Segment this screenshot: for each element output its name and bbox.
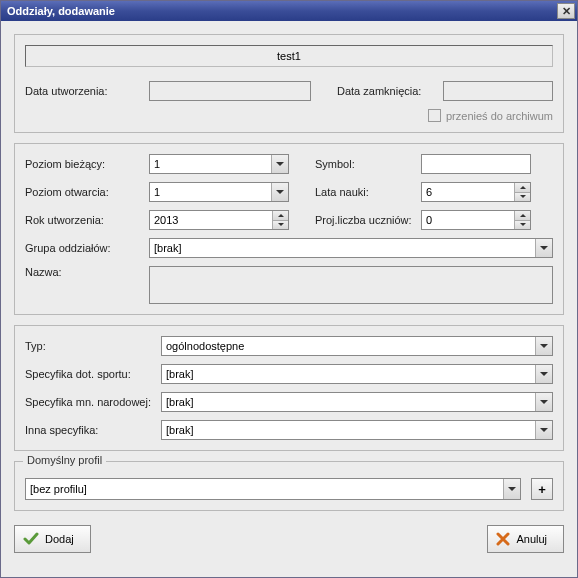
chevron-down-icon xyxy=(535,239,552,257)
chevron-down-icon xyxy=(535,365,552,383)
spinner-down-icon[interactable] xyxy=(515,220,530,230)
inna-spec-combo[interactable]: [brak] xyxy=(161,420,553,440)
poziom-biezacy-value: 1 xyxy=(154,158,160,170)
rok-utworzenia-label: Rok utworzenia: xyxy=(25,214,143,226)
chevron-down-icon xyxy=(535,393,552,411)
profile-legend: Domyślny profil xyxy=(23,454,106,466)
inna-spec-value: [brak] xyxy=(166,424,194,436)
spec-sport-combo[interactable]: [brak] xyxy=(161,364,553,384)
spinner-up-icon[interactable] xyxy=(273,211,288,220)
closed-date-label: Data zamknięcia: xyxy=(337,85,437,97)
proj-liczba-spinner[interactable]: 0 xyxy=(421,210,531,230)
type-group: Typ: ogólnodostępne Specyfika dot. sport… xyxy=(14,325,564,451)
content-area: test1 Data utworzenia: Data zamknięcia: … xyxy=(1,21,577,566)
cancel-icon xyxy=(496,532,510,546)
typ-label: Typ: xyxy=(25,340,155,352)
spinner-up-icon[interactable] xyxy=(515,211,530,220)
grupa-oddzialow-value: [brak] xyxy=(154,242,182,254)
spec-mn-combo[interactable]: [brak] xyxy=(161,392,553,412)
poziom-biezacy-combo[interactable]: 1 xyxy=(149,154,289,174)
proj-liczba-label: Proj.liczba uczniów: xyxy=(315,214,415,226)
closed-date-field xyxy=(443,81,553,101)
created-date-field xyxy=(149,81,311,101)
rok-utworzenia-spinner[interactable]: 2013 xyxy=(149,210,289,230)
spinner-up-icon[interactable] xyxy=(515,183,530,192)
header-group: test1 Data utworzenia: Data zamknięcia: … xyxy=(14,34,564,133)
archive-label: przenieś do archiwum xyxy=(446,110,553,122)
chevron-down-icon xyxy=(535,337,552,355)
spec-sport-label: Specyfika dot. sportu: xyxy=(25,368,155,380)
lata-nauki-label: Lata nauki: xyxy=(315,186,415,198)
spec-mn-label: Specyfika mn. narodowej: xyxy=(25,396,155,408)
chevron-down-icon xyxy=(503,479,520,499)
title-bar: Oddziały, dodawanie ✕ xyxy=(1,1,577,21)
plus-icon: + xyxy=(538,482,546,497)
poziom-otwarcia-value: 1 xyxy=(154,186,160,198)
window-title: Oddziały, dodawanie xyxy=(7,5,115,17)
symbol-label: Symbol: xyxy=(315,158,415,170)
symbol-field[interactable] xyxy=(421,154,531,174)
inna-spec-label: Inna specyfika: xyxy=(25,424,155,436)
profile-combo[interactable]: [bez profilu] xyxy=(25,478,521,500)
add-button[interactable]: Dodaj xyxy=(14,525,91,553)
typ-combo[interactable]: ogólnodostępne xyxy=(161,336,553,356)
button-bar: Dodaj Anuluj xyxy=(14,521,564,553)
lata-nauki-value: 6 xyxy=(426,186,432,198)
cancel-button-label: Anuluj xyxy=(516,533,547,545)
close-icon: ✕ xyxy=(562,5,571,18)
add-button-label: Dodaj xyxy=(45,533,74,545)
spec-mn-value: [brak] xyxy=(166,396,194,408)
chevron-down-icon xyxy=(535,421,552,439)
entity-title-field: test1 xyxy=(25,45,553,67)
profile-value: [bez profilu] xyxy=(30,483,87,495)
created-date-label: Data utworzenia: xyxy=(25,85,143,97)
close-button[interactable]: ✕ xyxy=(557,3,575,19)
add-profile-button[interactable]: + xyxy=(531,478,553,500)
proj-liczba-value: 0 xyxy=(426,214,432,226)
poziom-biezacy-label: Poziom bieżący: xyxy=(25,158,143,170)
spinner-down-icon[interactable] xyxy=(273,220,288,230)
spinner-down-icon[interactable] xyxy=(515,192,530,202)
chevron-down-icon xyxy=(271,183,288,201)
archive-checkbox xyxy=(428,109,441,122)
grupa-oddzialow-combo[interactable]: [brak] xyxy=(149,238,553,258)
grupa-oddzialow-label: Grupa oddziałów: xyxy=(25,242,143,254)
main-fields-group: Poziom bieżący: 1 Symbol: Poziom otwarci… xyxy=(14,143,564,315)
default-profile-group: Domyślny profil [bez profilu] + xyxy=(14,461,564,511)
lata-nauki-spinner[interactable]: 6 xyxy=(421,182,531,202)
poziom-otwarcia-label: Poziom otwarcia: xyxy=(25,186,143,198)
nazwa-field[interactable] xyxy=(149,266,553,304)
poziom-otwarcia-combo[interactable]: 1 xyxy=(149,182,289,202)
nazwa-label: Nazwa: xyxy=(25,266,143,278)
cancel-button[interactable]: Anuluj xyxy=(487,525,564,553)
check-icon xyxy=(23,531,39,547)
rok-utworzenia-value: 2013 xyxy=(154,214,178,226)
typ-value: ogólnodostępne xyxy=(166,340,244,352)
chevron-down-icon xyxy=(271,155,288,173)
spec-sport-value: [brak] xyxy=(166,368,194,380)
dialog-window: Oddziały, dodawanie ✕ test1 Data utworze… xyxy=(0,0,578,578)
